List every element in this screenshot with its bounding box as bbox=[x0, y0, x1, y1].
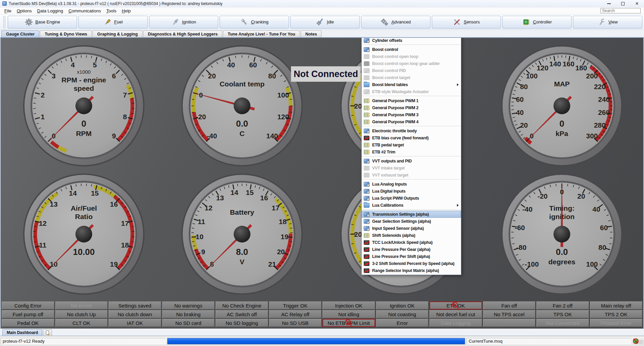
search-input[interactable] bbox=[600, 8, 641, 13]
fuel-button[interactable]: Fuel bbox=[78, 16, 148, 28]
toolbar-button-label: Advanced bbox=[391, 19, 411, 24]
menu-item-lua-analog-inputs[interactable]: Lua Analog Inputs bbox=[362, 181, 461, 188]
dlg-icon bbox=[364, 38, 369, 43]
menu-item-label: VVT exhaust target bbox=[372, 173, 408, 178]
curve-icon bbox=[364, 247, 369, 252]
menu-item-lua-script-pwm-outputs[interactable]: Lua Script PWM Outputs bbox=[362, 195, 461, 202]
menu-item-boost-blend-tables[interactable]: Boost blend tables bbox=[362, 81, 461, 88]
menu-item-range-selector-input-matrix-alpha[interactable]: Range Selector Input Matrix (alpha) bbox=[362, 267, 461, 274]
cranking-button[interactable]: Cranking bbox=[220, 16, 289, 28]
menu-item-lua-digital-inputs[interactable]: Lua Digital Inputs bbox=[362, 188, 461, 195]
status-indicator-grid: Config ErrorNo errorsSettings savedNo wa… bbox=[2, 301, 642, 327]
menu-item-input-speed-sensor-alpha[interactable]: Input Speed Sensor (alpha) bbox=[362, 225, 461, 232]
sensors-button[interactable]: Sensors bbox=[432, 16, 501, 28]
menu-separator bbox=[362, 209, 461, 210]
menu-options[interactable]: Options bbox=[14, 8, 35, 14]
menu-tools[interactable]: Tools bbox=[104, 8, 119, 14]
menubar: FileOptionsData LoggingCommunicationsToo… bbox=[0, 7, 644, 14]
menu-help[interactable]: Help bbox=[119, 8, 133, 14]
menu-separator bbox=[362, 126, 461, 127]
tab-tuning-dyno-views[interactable]: Tuning & Dyno Views bbox=[40, 30, 92, 37]
indicator-no-clutch-down: No clutch down bbox=[109, 310, 161, 318]
menu-item-label: ETB pedal target bbox=[372, 143, 404, 147]
menu-file[interactable]: File bbox=[2, 8, 14, 14]
indicator-no-errors: No errors bbox=[55, 301, 108, 309]
indicator-label: Pedal OK bbox=[17, 320, 39, 326]
folder-icon bbox=[364, 203, 369, 208]
toolbar-drag-handle[interactable] bbox=[3, 16, 5, 28]
advanced-button[interactable]: Advanced bbox=[361, 16, 430, 28]
base-engine-button[interactable]: Base Engine bbox=[8, 16, 77, 28]
menu-item-general-purpose-pwm-2[interactable]: General Purpose PWM 2 bbox=[362, 104, 461, 111]
tab-notes[interactable]: Notes bbox=[301, 30, 322, 37]
indicator-ac-relay-off: AC Relay off bbox=[269, 310, 322, 318]
indicator-pedal-ok: Pedal OK bbox=[2, 319, 54, 327]
pwm-icon bbox=[364, 106, 369, 110]
indicator-fan-off: Fan off bbox=[483, 301, 536, 309]
menu-item-boost-control-open-loop-gear-adder: Boost control open loop gear adder bbox=[362, 60, 461, 67]
menu-separator bbox=[362, 179, 461, 180]
tab-diagnostics-high-speed-loggers[interactable]: Diagnostics & High Speed Loggers bbox=[143, 30, 222, 37]
menu-item-label: TCC Lock/Unlock Speed (alpha) bbox=[372, 240, 432, 245]
pwm-icon bbox=[364, 233, 369, 238]
close-button[interactable]: × bbox=[630, 0, 644, 7]
dlg-icon bbox=[364, 129, 369, 133]
menu-item-lua-calibrations[interactable]: Lua Calibrations bbox=[362, 202, 461, 209]
menu-item-shift-solenoids-alpha[interactable]: Shift Solenoids (alpha) bbox=[362, 232, 461, 239]
menu-item-transmission-settings-alpha[interactable]: Transmission Settings (alpha) bbox=[362, 211, 461, 218]
view-button[interactable]: View bbox=[573, 16, 642, 28]
curve-icon bbox=[364, 261, 369, 266]
statusbar-tune-file: CurrentTune.msq bbox=[467, 338, 631, 344]
tab-tune-analyze-live-tune-for-you[interactable]: Tune Analyze Live! - Tune For You bbox=[223, 30, 300, 37]
menu-communications[interactable]: Communications bbox=[66, 8, 104, 14]
menu-item-3-2-shift-solenoid-percent-by-speed-alpha[interactable]: 3-2 Shift Solenoid Percent by Speed (alp… bbox=[362, 260, 461, 267]
menu-item-general-purpose-pwm-3[interactable]: General Purpose PWM 3 bbox=[362, 111, 461, 118]
menu-separator bbox=[362, 156, 461, 157]
menu-item-general-purpose-pwm-4[interactable]: General Purpose PWM 4 bbox=[362, 118, 461, 125]
statusbar-ready-text: proteus-f7-v12 Ready bbox=[1, 338, 166, 344]
menu-item-label: General Purpose PWM 3 bbox=[372, 113, 418, 117]
menu-item-cylinder-offsets[interactable]: Cylinder offsets bbox=[362, 37, 461, 44]
window-resize-grip[interactable] bbox=[639, 340, 643, 344]
menu-item-line-pressure-per-shift-alpha[interactable]: Line Pressure Per Shift (alpha) bbox=[362, 253, 461, 260]
menu-item-tcc-lock-unlock-speed-alpha[interactable]: TCC Lock/Unlock Speed (alpha) bbox=[362, 239, 461, 246]
not-connected-overlay: Not Connected bbox=[291, 66, 361, 82]
menu-item-boost-control[interactable]: Boost control bbox=[362, 46, 461, 53]
menu-item-electronic-throttle-body[interactable]: Electronic throttle body bbox=[362, 127, 461, 134]
menu-item-etb-2-trim[interactable]: ETB #2 Trim bbox=[362, 148, 461, 155]
dlg-icon bbox=[364, 182, 369, 187]
indicator-label: Config Error bbox=[14, 303, 42, 308]
dlg-icon bbox=[364, 159, 369, 163]
pwm-icon bbox=[364, 143, 369, 147]
menu-item-boost-control-open-loop: Boost control open loop bbox=[362, 53, 461, 60]
indicator-no-sd-usb: No SD USB bbox=[269, 319, 322, 327]
indicator-label: Not decel fuel cut bbox=[436, 312, 475, 317]
advanced-dropdown-menu: Launch ControlCylinder offsetsBoost cont… bbox=[361, 29, 461, 275]
idle-button[interactable]: Idle bbox=[290, 16, 360, 28]
menu-item-etb-bias-curve-feed-forward[interactable]: ETB bias curve (feed forward) bbox=[362, 134, 461, 141]
menu-item-gear-selection-settings-alpha[interactable]: Gear Selection Settings (alpha) bbox=[362, 218, 461, 225]
menu-item-etb-pedal-target[interactable]: ETB pedal target bbox=[362, 141, 461, 148]
new-dashboard-tab-button[interactable] bbox=[43, 329, 52, 336]
menu-item-line-pressure-per-gear-alpha[interactable]: Line Pressure Per Gear (alpha) bbox=[362, 246, 461, 253]
menu-item-vvt-outputs-and-pid[interactable]: VVT outputs and PID bbox=[362, 157, 461, 164]
toolbar-button-label: Ignition bbox=[182, 19, 196, 24]
toolbar-button-label: Sensors bbox=[464, 19, 480, 24]
injector-icon bbox=[104, 18, 112, 26]
not-connected-label: Not Connected bbox=[294, 69, 358, 79]
indicator-iat-ok: IAT OK bbox=[109, 319, 161, 327]
controller-button[interactable]: Controller bbox=[502, 16, 572, 28]
indicator-label: No clutch Up bbox=[67, 312, 96, 317]
restore-button[interactable] bbox=[616, 0, 630, 7]
menu-item-label: Lua Digital Inputs bbox=[372, 189, 405, 194]
tab-main-dashboard[interactable]: Main Dashboard bbox=[2, 329, 42, 336]
tab-graphing-logging[interactable]: Graphing & Logging bbox=[93, 30, 142, 37]
menu-item-general-purpose-pwm-1[interactable]: General Purpose PWM 1 bbox=[362, 97, 461, 104]
tab-gauge-cluster[interactable]: Gauge Cluster bbox=[1, 30, 39, 37]
menu-data-logging[interactable]: Data Logging bbox=[35, 8, 66, 14]
close-icon: × bbox=[635, 1, 638, 6]
ignition-button[interactable]: Ignition bbox=[149, 16, 219, 28]
minimize-button[interactable] bbox=[602, 0, 616, 7]
indicator-no-clutch-up: No clutch Up bbox=[55, 310, 108, 318]
indicator-label: No SD logging bbox=[226, 320, 258, 326]
